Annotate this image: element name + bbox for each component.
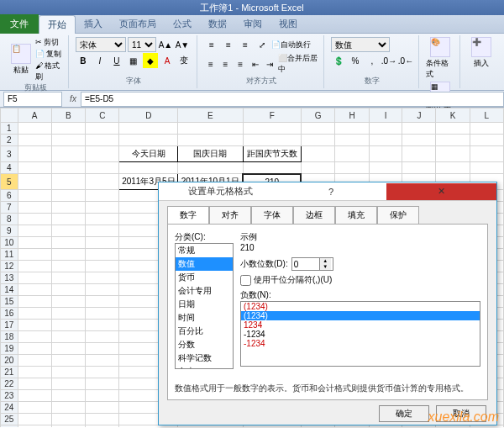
cat-item[interactable]: 数值: [176, 257, 233, 271]
cell[interactable]: [18, 174, 51, 190]
indent-inc-icon[interactable]: ⇥: [264, 56, 277, 71]
percent-icon[interactable]: %: [348, 53, 363, 68]
cell[interactable]: [18, 390, 51, 402]
dlg-tab-font[interactable]: 字体: [251, 206, 293, 224]
cell[interactable]: [86, 174, 119, 190]
insert-cells-button[interactable]: ➕插入: [467, 37, 496, 69]
cell[interactable]: [51, 402, 85, 414]
cell[interactable]: [18, 343, 51, 355]
cell[interactable]: [18, 378, 51, 390]
cell[interactable]: [51, 261, 85, 272]
cell[interactable]: [86, 135, 119, 146]
cell[interactable]: [86, 284, 119, 296]
cell[interactable]: [51, 367, 85, 378]
col-header[interactable]: K: [436, 108, 470, 123]
cell[interactable]: [51, 331, 85, 343]
cell[interactable]: [51, 162, 85, 174]
cell[interactable]: [335, 135, 369, 146]
tab-home[interactable]: 开始: [39, 15, 76, 34]
number-format-select[interactable]: 数值: [331, 37, 390, 52]
cell[interactable]: [18, 261, 51, 272]
col-header[interactable]: B: [51, 108, 85, 123]
cell[interactable]: [51, 320, 85, 331]
cell[interactable]: [18, 214, 51, 225]
cell[interactable]: [86, 272, 119, 284]
comma-icon[interactable]: ,: [365, 53, 380, 68]
cell[interactable]: [436, 162, 470, 174]
select-all-corner[interactable]: [1, 108, 18, 123]
cell[interactable]: [51, 174, 85, 190]
dlg-tab-border[interactable]: 边框: [293, 206, 335, 224]
cat-item[interactable]: 百分比: [176, 325, 233, 338]
row-header[interactable]: 13: [1, 272, 18, 284]
cell[interactable]: [402, 146, 436, 162]
align-center-icon[interactable]: ≡: [219, 56, 233, 71]
tab-file[interactable]: 文件: [0, 14, 39, 34]
row-header[interactable]: 25: [1, 414, 18, 425]
cell[interactable]: [243, 162, 301, 174]
formula-input[interactable]: [81, 92, 504, 107]
cell[interactable]: [18, 237, 51, 249]
cell[interactable]: [86, 320, 119, 331]
row-header[interactable]: 4: [1, 162, 18, 174]
cell[interactable]: [402, 162, 436, 174]
dlg-tab-align[interactable]: 对齐: [209, 206, 251, 224]
cell[interactable]: [86, 225, 119, 237]
row-header[interactable]: 1: [1, 123, 18, 135]
cell[interactable]: [86, 331, 119, 343]
cell[interactable]: [18, 272, 51, 284]
cell[interactable]: [86, 390, 119, 402]
cell[interactable]: [18, 190, 51, 202]
cell[interactable]: [369, 135, 402, 146]
cell[interactable]: [18, 320, 51, 331]
cell[interactable]: [119, 135, 178, 146]
decimal-spinner[interactable]: ▲▼: [291, 257, 333, 271]
cell[interactable]: [18, 225, 51, 237]
cat-item[interactable]: 分数: [176, 338, 233, 351]
cell[interactable]: [18, 146, 51, 162]
cell[interactable]: [335, 162, 369, 174]
cell[interactable]: [18, 123, 51, 135]
fx-icon[interactable]: fx: [66, 94, 81, 103]
cell[interactable]: [369, 146, 402, 162]
cell[interactable]: [18, 202, 51, 214]
neg-item[interactable]: 1234: [241, 320, 480, 330]
name-box[interactable]: [3, 92, 62, 107]
cell[interactable]: [301, 123, 334, 135]
cell[interactable]: [86, 308, 119, 320]
underline-icon[interactable]: U: [109, 53, 124, 68]
row-header[interactable]: 8: [1, 214, 18, 225]
cat-item[interactable]: 常规: [176, 244, 233, 257]
close-button[interactable]: ✕: [386, 183, 496, 200]
cut-button[interactable]: ✂ 剪切: [35, 37, 63, 48]
spin-down-icon[interactable]: ▼: [320, 264, 331, 270]
cell[interactable]: [86, 162, 119, 174]
col-header[interactable]: G: [301, 108, 334, 123]
row-header[interactable]: 6: [1, 190, 18, 202]
col-header[interactable]: L: [470, 108, 503, 123]
cell[interactable]: [51, 390, 85, 402]
cell[interactable]: [301, 135, 334, 146]
cell[interactable]: [301, 162, 334, 174]
cell[interactable]: [18, 308, 51, 320]
dlg-tab-number[interactable]: 数字: [167, 206, 209, 224]
cell[interactable]: [436, 135, 470, 146]
neg-item[interactable]: (1234): [241, 311, 480, 320]
cell[interactable]: [402, 135, 436, 146]
cell[interactable]: [243, 135, 301, 146]
cell[interactable]: [86, 190, 119, 202]
row-header[interactable]: 23: [1, 390, 18, 402]
cell[interactable]: [86, 261, 119, 272]
italic-icon[interactable]: I: [92, 53, 108, 68]
tab-data[interactable]: 数据: [200, 15, 235, 33]
row-header[interactable]: 11: [1, 249, 18, 261]
cell[interactable]: [86, 214, 119, 225]
row-header[interactable]: 22: [1, 378, 18, 390]
decrease-font-icon[interactable]: A▼: [175, 37, 190, 52]
cell[interactable]: [86, 367, 119, 378]
cell[interactable]: [51, 355, 85, 367]
row-header[interactable]: 17: [1, 320, 18, 331]
tab-review[interactable]: 审阅: [235, 15, 270, 33]
tab-formulas[interactable]: 公式: [165, 15, 200, 33]
col-header[interactable]: H: [335, 108, 369, 123]
